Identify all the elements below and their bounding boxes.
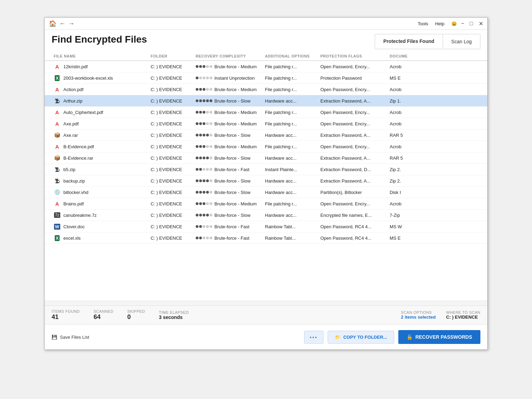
doc-cell: Acrob [388,201,487,206]
table-row[interactable]: 7z canubreakme.7z C: ) EVIDENCE Brute-fo… [45,210,487,221]
file-type-icon: 🗜 [54,166,61,173]
folder-cell: C: ) EVIDENCE [149,201,194,206]
flags-cell: Extraction Password, A... [318,98,388,104]
file-type-icon: X [54,74,61,81]
where-to-scan-label: WHERE TO SCAN [446,310,480,314]
scan-options-value: 2 items selected [401,314,436,320]
file-type-icon: A [54,200,61,207]
options-cell: File patching r... [263,87,318,92]
tab-scan-log[interactable]: Scan Log [443,34,480,49]
doc-cell: Zip 2. [388,167,487,172]
copy-to-folder-button[interactable]: 📁 COPY TO FOLDER... [328,331,394,344]
table-row[interactable]: X 2003-workbook-excel.xls C: ) EVIDENCE … [45,72,487,84]
recovery-text: Brute-force - Medium [214,201,257,206]
file-type-icon: 🗜 [54,177,61,184]
flags-cell: Extraction Password, A... [318,156,388,161]
folder-cell: C: ) EVIDENCE [149,121,194,126]
recovery-cell: Brute-force - Slow [194,178,263,184]
recovery-cell: Brute-force - Medium [194,201,263,206]
back-icon[interactable]: ← [59,20,65,27]
recovery-text: Brute-force - Medium [214,64,257,69]
flags-cell: Extraction Password, A... [318,178,388,184]
file-name: Brains.pdf [63,201,84,206]
folder-cell: C: ) EVIDENCE [149,110,194,115]
table-row[interactable]: A B-Evidence.pdf C: ) EVIDENCE Brute-for… [45,141,487,152]
table-row[interactable]: A Brains.pdf C: ) EVIDENCE Brute-force -… [45,198,487,210]
skipped-label: SKIPPED [127,309,145,313]
col-folder: FOLDER [149,54,194,58]
more-options-button[interactable]: ••• [304,331,324,344]
folder-cell: C: ) EVIDENCE [149,98,194,104]
folder-cell: C: ) EVIDENCE [149,167,194,172]
folder-cell: C: ) EVIDENCE [149,76,194,81]
table-row[interactable]: 🗜 Arthur.zip C: ) EVIDENCE Brute-force -… [45,95,487,107]
folder-cell: C: ) EVIDENCE [149,156,194,161]
close-button[interactable]: ✕ [479,20,483,27]
file-type-icon: A [54,63,61,70]
tab-protected-files[interactable]: Protected Files Found [375,34,443,49]
lock-icon: 🔓 [407,334,413,340]
options-cell: Hardware acc... [263,178,318,184]
recovery-cell: Brute-force - Slow [194,98,263,104]
table-row[interactable]: 💿 bitlocker.vhd C: ) EVIDENCE Brute-forc… [45,187,487,198]
folder-cell: C: ) EVIDENCE [149,213,194,218]
recovery-text: Brute-force - Medium [214,87,257,92]
flags-cell: Open Password, Encry... [318,110,388,115]
recovery-text: Brute-force - Fast [214,167,249,172]
file-name: B-Evidence.rar [63,156,93,161]
table-body: A 12kristin.pdf C: ) EVIDENCE Brute-forc… [45,61,487,301]
file-type-icon: 💿 [54,189,61,196]
table-row[interactable]: A 12kristin.pdf C: ) EVIDENCE Brute-forc… [45,61,487,72]
file-name-cell: 📦 B-Evidence.rar [52,154,149,161]
recover-passwords-button[interactable]: 🔓 RECOVER PASSWORDS [398,330,480,344]
save-files-button[interactable]: 💾 Save Files List [52,335,89,340]
doc-cell: Disk I [388,190,487,195]
table-row[interactable]: A Axe.pdf C: ) EVIDENCE Brute-force - Me… [45,118,487,130]
file-name-cell: A Brains.pdf [52,200,149,207]
menu-tools[interactable]: Tools [418,21,428,26]
recovery-text: Brute-force - Slow [214,133,250,138]
menu-help[interactable]: Help [435,21,444,26]
table-row[interactable]: 🗜 backup.zip C: ) EVIDENCE Brute-force -… [45,175,487,187]
minimize-button[interactable]: − [461,20,464,27]
folder-cell: C: ) EVIDENCE [149,87,194,92]
doc-cell: MS E [388,236,487,241]
table-row[interactable]: 🗜 b5.zip C: ) EVIDENCE Brute-force - Fas… [45,164,487,175]
table-row[interactable]: 📦 B-Evidence.rar C: ) EVIDENCE Brute-for… [45,152,487,164]
col-options: ADDITIONAL OPTIONS [263,54,318,58]
options-cell: Rainbow Tabl... [263,236,318,241]
folder-cell: C: ) EVIDENCE [149,236,194,241]
file-type-icon: W [54,223,61,230]
flags-cell: Open Password, RC4 4... [318,236,388,241]
folder-cell: C: ) EVIDENCE [149,190,194,195]
recovery-cell: Brute-force - Slow [194,213,263,218]
options-cell: File patching r... [263,201,318,206]
table-row[interactable]: A Auto_Ciphertext.pdf C: ) EVIDENCE Brut… [45,107,487,118]
flags-cell: Open Password, Encry... [318,144,388,149]
col-filename: FILE NAME [52,54,149,58]
flags-cell: Protection Password [318,76,388,81]
options-cell: File patching r... [263,121,318,126]
table-row[interactable]: 📦 Axe.rar C: ) EVIDENCE Brute-force - Sl… [45,130,487,141]
file-name-cell: A Axe.pdf [52,120,149,127]
forward-icon[interactable]: → [68,20,74,27]
table-row[interactable]: W Clover.doc C: ) EVIDENCE Brute-force -… [45,221,487,232]
scan-options-label: SCAN OPTIONS [401,310,436,314]
table-row[interactable]: A Action.pdf C: ) EVIDENCE Brute-force -… [45,84,487,95]
maximize-button[interactable]: □ [470,20,473,27]
options-cell: Rainbow Tabl... [263,224,318,229]
recovery-text: Instant Unprotection [214,76,255,81]
doc-cell: RAR 5 [388,156,487,161]
smiley-icon[interactable]: 😀 [451,21,457,26]
table-row[interactable]: X excel.xls C: ) EVIDENCE Brute-force - … [45,232,487,244]
options-cell: File patching r... [263,110,318,115]
file-type-icon: A [54,86,61,93]
file-name-cell: 💿 bitlocker.vhd [52,189,149,196]
home-icon[interactable]: 🏠 [49,20,56,27]
skipped-value: 0 [127,313,145,321]
horizontal-scrollbar[interactable] [45,301,487,305]
file-name: Auto_Ciphertext.pdf [63,110,103,115]
file-name: Axe.rar [63,133,78,138]
doc-cell: Acrob [388,87,487,92]
doc-cell: RAR 5 [388,133,487,138]
